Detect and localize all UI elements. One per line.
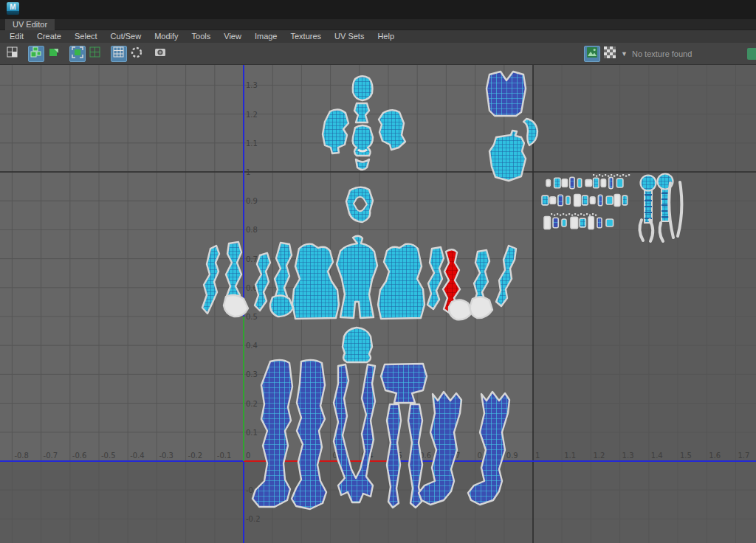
menu-item-modify[interactable]: Modify: [148, 30, 185, 43]
uv-shell-glove-cyan-1[interactable]: [270, 295, 293, 317]
x-tick-label: -0.8: [14, 452, 29, 460]
dashed-circle-icon: [131, 46, 142, 61]
tab-uv-editor[interactable]: UV Editor: [5, 19, 55, 30]
texture-status-label: No texture found: [632, 49, 743, 58]
uv-island[interactable]: [606, 219, 614, 226]
menu-item-select[interactable]: Select: [68, 30, 104, 43]
menu-item-view[interactable]: View: [217, 30, 248, 43]
x-tick-label: 0.9: [506, 452, 518, 460]
uv-snapshot-button[interactable]: [46, 46, 62, 62]
uv-shell-glove-white-3[interactable]: [470, 297, 492, 318]
uv-island-dot: [589, 215, 591, 216]
uv-island[interactable]: [562, 179, 567, 187]
maya-app-icon[interactable]: M: [7, 2, 19, 15]
uv-island[interactable]: [546, 180, 550, 187]
uv-island[interactable]: [550, 197, 556, 204]
uv-island[interactable]: [597, 218, 602, 228]
uv-island-dot: [595, 215, 597, 216]
uv-island[interactable]: [553, 218, 558, 228]
toolbar-right-group: ▼No texture found: [584, 46, 756, 62]
uv-island-dot: [551, 213, 552, 215]
x-tick-label: 1.3: [622, 452, 634, 460]
uv-island[interactable]: [609, 177, 613, 188]
checker-map-button[interactable]: [602, 46, 618, 62]
uv-island[interactable]: [594, 178, 599, 188]
uv-island[interactable]: [598, 195, 602, 205]
uv-island-dot: [577, 215, 579, 216]
uv-island[interactable]: [558, 195, 563, 205]
uv-island[interactable]: [542, 196, 549, 205]
uv-shell-skirt-dome[interactable]: [343, 328, 372, 362]
uv-island[interactable]: [574, 194, 581, 206]
uv-distortion-button[interactable]: [4, 46, 21, 62]
uv-island[interactable]: [614, 194, 620, 206]
shell-layout-button[interactable]: [28, 46, 44, 62]
menu-item-textures[interactable]: Textures: [284, 30, 328, 43]
texture-display-button[interactable]: [584, 46, 600, 62]
menu-item-image[interactable]: Image: [248, 30, 284, 43]
uv-editor-viewport[interactable]: -0.8-0.7-0.6-0.5-0.4-0.3-0.2-0.100.10.20…: [0, 65, 756, 543]
menu-item-help[interactable]: Help: [371, 30, 401, 43]
menu-item-uv-sets[interactable]: UV Sets: [328, 30, 371, 43]
uv-canvas[interactable]: -0.8-0.7-0.6-0.5-0.4-0.3-0.2-0.100.10.20…: [0, 65, 756, 543]
uv-island[interactable]: [583, 196, 588, 205]
uv-island[interactable]: [562, 219, 566, 226]
uv-shell-sleeve-left[interactable]: [292, 244, 339, 319]
x-tick-label: -0.1: [217, 452, 232, 460]
uv-island-dot: [625, 176, 627, 177]
uv-shell-head-top[interactable]: [353, 76, 373, 100]
image-display-button[interactable]: [69, 46, 86, 62]
uv-island[interactable]: [585, 180, 591, 187]
uv-shell-sleeve-right[interactable]: [378, 244, 425, 319]
menu-item-create[interactable]: Create: [30, 30, 68, 43]
pixel-snap-button[interactable]: [111, 46, 127, 62]
uv-island[interactable]: [622, 196, 628, 205]
uv-island-dot: [599, 174, 600, 176]
uv-island-dot: [568, 213, 570, 215]
uv-island-dot: [596, 176, 597, 177]
uv-island[interactable]: [566, 196, 570, 204]
uv-shell-glove-white-2[interactable]: [449, 300, 472, 319]
uv-shell-head-neck[interactable]: [354, 103, 369, 122]
uv-island-dot: [583, 215, 585, 216]
uv-island[interactable]: [588, 216, 594, 229]
uv-island[interactable]: [570, 177, 574, 188]
toolbar-separator: [105, 46, 111, 62]
uv-island[interactable]: [544, 216, 550, 229]
panel-tabbar: UV Editor: [0, 19, 756, 30]
uv-island-dot: [586, 213, 588, 215]
uv-island-dot: [580, 213, 582, 215]
menu-item-edit[interactable]: Edit: [3, 30, 30, 43]
x-tick-label: -0.3: [159, 452, 173, 460]
uv-island[interactable]: [616, 179, 622, 187]
y-tick-label: 1.3: [246, 81, 258, 89]
x-tick-label: -0.7: [44, 452, 58, 460]
menu-item-cut-sew[interactable]: Cut/Sew: [104, 30, 148, 43]
uv-island-dot: [563, 213, 564, 215]
shade-uvs-button[interactable]: [128, 46, 145, 62]
y-tick-label: 1: [246, 168, 250, 176]
window-titlebar: M: [0, 0, 756, 19]
uv-island[interactable]: [590, 197, 595, 204]
toolbar-separator: [63, 46, 69, 62]
grid-display-button[interactable]: [87, 46, 103, 62]
uv-island[interactable]: [554, 178, 560, 188]
y-tick-label: 0.3: [246, 370, 258, 378]
uv-island[interactable]: [601, 179, 605, 187]
uv-camera-button[interactable]: [152, 46, 168, 62]
uv-shell-arm-strip-2[interactable]: [226, 242, 241, 302]
menu-item-tools[interactable]: Tools: [185, 30, 218, 43]
uv-shell-glove-white-1[interactable]: [224, 295, 248, 317]
x-tick-label: 0: [246, 452, 250, 460]
uv-island[interactable]: [577, 179, 581, 187]
edge-texture-icon[interactable]: [747, 48, 756, 60]
uv-island[interactable]: [606, 196, 613, 204]
uv-island[interactable]: [580, 218, 585, 227]
y-tick-label: 0.9: [246, 197, 258, 205]
uv-island[interactable]: [571, 217, 578, 228]
x-tick-label: -0.2: [188, 452, 203, 460]
x-tick-label: -0.6: [72, 452, 87, 460]
uv-island-dot: [628, 174, 630, 176]
y-tick-label: 0.7: [246, 255, 258, 263]
checker-dropdown-caret[interactable]: ▼: [621, 50, 628, 58]
